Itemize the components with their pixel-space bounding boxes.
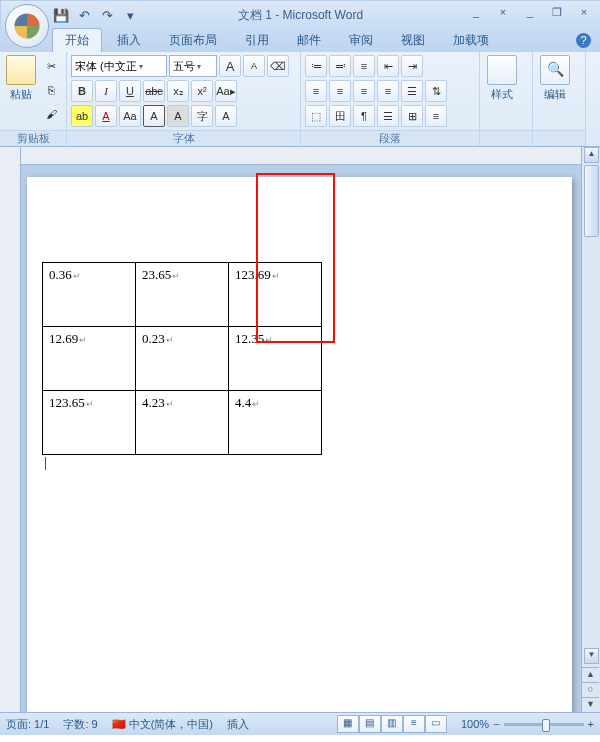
- ribbon-close-button[interactable]: ×: [491, 4, 515, 22]
- prev-page-button[interactable]: ▲: [582, 667, 599, 682]
- zoom-in-button[interactable]: +: [588, 718, 594, 730]
- qat-more-icon[interactable]: ▾: [122, 8, 138, 24]
- view-read-button[interactable]: ▤: [359, 715, 381, 733]
- table-cell[interactable]: 0.36↵: [43, 263, 136, 327]
- ruler-horizontal[interactable]: [21, 147, 581, 165]
- status-page[interactable]: 页面: 1/1: [6, 717, 49, 732]
- font-name-combo[interactable]: 宋体 (中文正▾: [71, 55, 167, 77]
- underline-button[interactable]: U: [119, 80, 141, 102]
- zoom-out-button[interactable]: −: [493, 718, 499, 730]
- editing-button[interactable]: 🔍 编辑: [537, 55, 573, 102]
- status-words[interactable]: 字数: 9: [63, 717, 97, 732]
- shading-button[interactable]: ⬚: [305, 105, 327, 127]
- table-row[interactable]: 0.36↵ 23.65↵ 123.69↵: [43, 263, 322, 327]
- table-cell[interactable]: 4.4↵: [229, 391, 322, 455]
- char-border-button[interactable]: A: [143, 105, 165, 127]
- tab-insert[interactable]: 插入: [104, 28, 154, 52]
- scroll-down-icon[interactable]: ▼: [584, 648, 599, 664]
- zoom-level[interactable]: 100%: [461, 718, 489, 730]
- tab-layout[interactable]: 页面布局: [156, 28, 230, 52]
- table-row[interactable]: 12.69↵ 0.23↵ 12.35↵: [43, 327, 322, 391]
- clear-format-button[interactable]: ⌫: [267, 55, 289, 77]
- table-cell[interactable]: 123.69↵: [229, 263, 322, 327]
- bold-button[interactable]: B: [71, 80, 93, 102]
- status-language[interactable]: 🇨🇳 中文(简体，中国): [112, 717, 213, 732]
- save-icon[interactable]: 💾: [53, 8, 69, 24]
- show-marks-button[interactable]: ¶: [353, 105, 375, 127]
- grow-font-button[interactable]: A: [219, 55, 241, 77]
- superscript-button[interactable]: x²: [191, 80, 213, 102]
- distribute-button[interactable]: ≡: [425, 105, 447, 127]
- strike-button[interactable]: abc: [143, 80, 165, 102]
- increase-indent-button[interactable]: ⇥: [401, 55, 423, 77]
- highlight-button[interactable]: ab: [71, 105, 93, 127]
- browse-select-button[interactable]: ○: [582, 682, 599, 697]
- scrollbar-vertical[interactable]: ▲ ▼ ▲ ○ ▼: [581, 147, 600, 712]
- view-draft-button[interactable]: ▭: [425, 715, 447, 733]
- office-button[interactable]: [5, 4, 49, 48]
- char-shading-button[interactable]: A: [167, 105, 189, 127]
- redo-icon[interactable]: ↷: [99, 8, 115, 24]
- maximize-button[interactable]: ❐: [545, 4, 569, 22]
- table-row[interactable]: 123.65↵ 4.23↵ 4.4↵: [43, 391, 322, 455]
- line-spacing-button[interactable]: ☰: [401, 80, 423, 102]
- bullets-button[interactable]: ≔: [305, 55, 327, 77]
- phonetic-button[interactable]: Aa: [119, 105, 141, 127]
- page-content[interactable]: 0.36↵ 23.65↵ 123.69↵ 12.69↵ 0.23↵ 12.35↵…: [27, 177, 572, 471]
- table-cell[interactable]: 12.69↵: [43, 327, 136, 391]
- view-outline-button[interactable]: ≡: [403, 715, 425, 733]
- status-insert[interactable]: 插入: [227, 717, 249, 732]
- close-button[interactable]: ×: [572, 4, 596, 22]
- table-cell[interactable]: 0.23↵: [136, 327, 229, 391]
- page-viewport[interactable]: 0.36↵ 23.65↵ 123.69↵ 12.69↵ 0.23↵ 12.35↵…: [21, 165, 581, 712]
- font-color-button[interactable]: A: [95, 105, 117, 127]
- sort-button[interactable]: ⇅: [425, 80, 447, 102]
- minimize-button[interactable]: _: [518, 4, 542, 22]
- help-icon[interactable]: ?: [576, 33, 591, 48]
- table-cell[interactable]: 12.35↵: [229, 327, 322, 391]
- cut-button[interactable]: ✂: [40, 55, 62, 77]
- format-painter-button[interactable]: 🖌: [40, 103, 62, 125]
- table-cell[interactable]: 23.65↵: [136, 263, 229, 327]
- zoom-slider[interactable]: [504, 723, 584, 726]
- tab-home[interactable]: 开始: [52, 28, 102, 52]
- tab-references[interactable]: 引用: [232, 28, 282, 52]
- shrink-font-button[interactable]: A: [243, 55, 265, 77]
- view-print-button[interactable]: ▦: [337, 715, 359, 733]
- align-right-button[interactable]: ≡: [353, 80, 375, 102]
- align-center-button[interactable]: ≡: [329, 80, 351, 102]
- change-case-button[interactable]: Aa▸: [215, 80, 237, 102]
- view-web-button[interactable]: ▥: [381, 715, 403, 733]
- ruler-vertical[interactable]: [0, 147, 21, 712]
- tab-review[interactable]: 审阅: [336, 28, 386, 52]
- asian-layout-button[interactable]: A: [215, 105, 237, 127]
- tab-addins[interactable]: 加载项: [440, 28, 502, 52]
- justify-button[interactable]: ≡: [377, 80, 399, 102]
- align-left-button[interactable]: ≡: [305, 80, 327, 102]
- tab-view[interactable]: 视图: [388, 28, 438, 52]
- zoom-thumb[interactable]: [542, 719, 550, 732]
- next-page-button[interactable]: ▼: [582, 697, 599, 712]
- table-cell[interactable]: 4.23↵: [136, 391, 229, 455]
- italic-button[interactable]: I: [95, 80, 117, 102]
- paste-button[interactable]: 粘贴: [4, 55, 38, 129]
- undo-icon[interactable]: ↶: [76, 8, 92, 24]
- table-cell[interactable]: 123.65↵: [43, 391, 136, 455]
- numbering-button[interactable]: ≕: [329, 55, 351, 77]
- borders-button[interactable]: 田: [329, 105, 351, 127]
- enclose-button[interactable]: 字: [191, 105, 213, 127]
- ribbon-minimize-button[interactable]: _: [464, 4, 488, 22]
- multilevel-button[interactable]: ≡: [353, 55, 375, 77]
- styles-button[interactable]: 样式: [484, 55, 520, 102]
- font-size-combo[interactable]: 五号▾: [169, 55, 217, 77]
- tab-mailings[interactable]: 邮件: [284, 28, 334, 52]
- page[interactable]: 0.36↵ 23.65↵ 123.69↵ 12.69↵ 0.23↵ 12.35↵…: [27, 177, 572, 712]
- scroll-up-icon[interactable]: ▲: [584, 147, 599, 163]
- subscript-button[interactable]: x₂: [167, 80, 189, 102]
- copy-button[interactable]: ⎘: [40, 79, 62, 101]
- asian-para-button[interactable]: ☰: [377, 105, 399, 127]
- decrease-indent-button[interactable]: ⇤: [377, 55, 399, 77]
- snap-grid-button[interactable]: ⊞: [401, 105, 423, 127]
- scrollbar-thumb[interactable]: [584, 165, 599, 237]
- data-table[interactable]: 0.36↵ 23.65↵ 123.69↵ 12.69↵ 0.23↵ 12.35↵…: [42, 262, 322, 455]
